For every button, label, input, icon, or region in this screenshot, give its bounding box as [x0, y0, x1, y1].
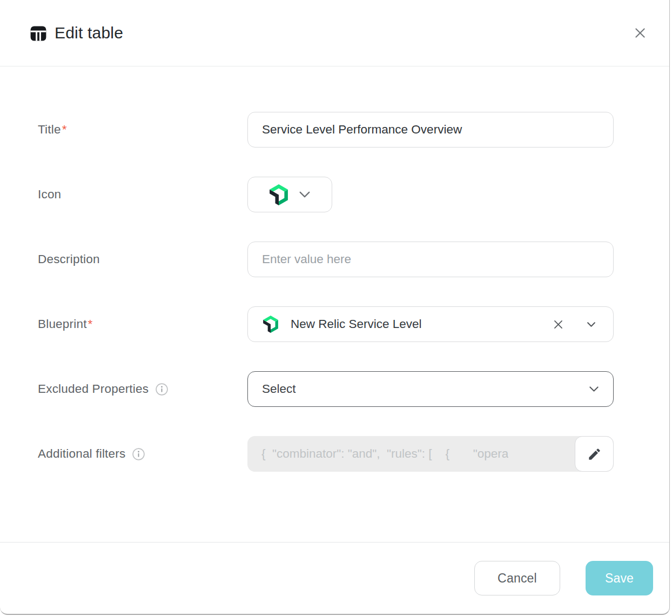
form-row-title: Title* [0, 112, 669, 148]
edit-filters-button[interactable] [575, 436, 614, 472]
edit-table-modal: Edit table Title* Icon [0, 0, 670, 615]
info-icon[interactable] [132, 447, 145, 461]
blueprint-label: Blueprint* [38, 317, 247, 331]
required-asterisk: * [88, 317, 93, 331]
form-row-icon: Icon [0, 177, 669, 212]
icon-label: Icon [38, 188, 247, 202]
chevron-down-icon[interactable] [584, 319, 598, 330]
form-row-blueprint: Blueprint* New Relic Service Level [0, 306, 669, 342]
save-button[interactable]: Save [586, 561, 653, 595]
modal-body: Title* Icon [0, 66, 669, 472]
form-row-description: Description [0, 242, 669, 277]
required-asterisk: * [62, 123, 67, 137]
cancel-button[interactable]: Cancel [474, 561, 560, 595]
modal-footer: Cancel Save [0, 542, 669, 614]
table-icon [30, 25, 47, 42]
form-row-excluded-properties: Excluded Properties Select [0, 371, 669, 407]
chevron-down-icon [299, 191, 311, 198]
close-icon[interactable] [628, 21, 652, 45]
pencil-icon [587, 447, 602, 461]
excluded-properties-label: Excluded Properties [38, 382, 247, 396]
new-relic-icon [263, 316, 278, 333]
chevron-down-icon [589, 386, 599, 392]
new-relic-icon [270, 184, 288, 205]
info-icon[interactable] [155, 383, 169, 396]
modal-title: Edit table [55, 24, 123, 42]
title-label: Title* [38, 123, 247, 137]
additional-filters-value: { "combinator": "and", "rules": [ { "ope… [261, 447, 508, 461]
excluded-properties-select[interactable]: Select [247, 371, 614, 407]
additional-filters-label: Additional filters [38, 447, 247, 461]
description-input[interactable] [247, 242, 614, 277]
select-placeholder: Select [262, 382, 589, 396]
icon-picker-button[interactable] [247, 177, 332, 212]
form-row-additional-filters: Additional filters { "combinator": "and"… [0, 436, 669, 472]
blueprint-select[interactable]: New Relic Service Level [247, 306, 614, 342]
additional-filters-input: { "combinator": "and", "rules": [ { "ope… [247, 436, 614, 472]
modal-header: Edit table [0, 0, 669, 66]
clear-icon[interactable] [550, 317, 566, 332]
title-input[interactable] [247, 112, 614, 148]
blueprint-value: New Relic Service Level [291, 317, 550, 331]
description-label: Description [38, 252, 247, 266]
